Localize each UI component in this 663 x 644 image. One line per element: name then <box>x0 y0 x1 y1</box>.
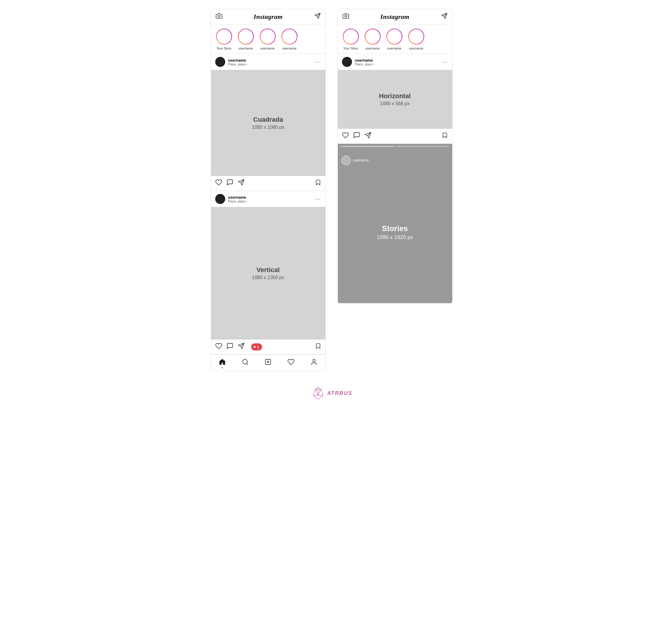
like-icon-h[interactable] <box>342 132 349 141</box>
bookmark-icon-2[interactable] <box>315 343 321 351</box>
bookmark-icon[interactable] <box>315 179 321 187</box>
story-ring <box>215 28 233 45</box>
watermark: ATRBUS <box>311 386 352 400</box>
like-icon-2[interactable] <box>215 343 222 351</box>
svg-point-3 <box>216 29 232 44</box>
story-item-your-story-left[interactable]: Your Story <box>215 28 233 50</box>
share-icon-2[interactable] <box>237 343 245 351</box>
svg-point-20 <box>343 29 359 44</box>
post-more-button-2[interactable]: ··· <box>315 196 321 202</box>
post-header-h: username Place, place › ··· <box>338 54 452 70</box>
story-item-user2-right[interactable]: username <box>386 28 403 50</box>
nav-add-icon[interactable] <box>265 359 272 367</box>
nav-home-icon[interactable] <box>219 359 226 367</box>
story-label-right-3: username <box>387 47 402 50</box>
camera-icon[interactable] <box>216 13 222 21</box>
comment-icon[interactable] <box>226 179 233 188</box>
post-image-square: Cuadrada 1080 x 1080 px <box>211 70 325 176</box>
story-item-your-story-right[interactable]: Your Story <box>342 28 360 50</box>
like-badge-count: 1 <box>251 343 262 350</box>
progress-seg-2 <box>396 146 449 147</box>
phones-container: Instagram <box>211 9 453 371</box>
story-item-user1-right[interactable]: username <box>364 28 382 50</box>
like-icon[interactable] <box>215 179 222 188</box>
post-actions-left-h <box>342 132 371 141</box>
post-header: username Place, place › ··· <box>211 54 325 70</box>
story-label-right-1: Your Story <box>343 47 358 50</box>
post-location-2: Place, place › <box>228 200 248 203</box>
svg-line-12 <box>247 363 248 365</box>
post-more-button[interactable]: ··· <box>315 59 321 65</box>
svg-point-17 <box>345 15 347 17</box>
post-square: username Place, place › ··· Cuadrada 108… <box>211 54 325 191</box>
watermark-logo: ATRBUS <box>311 386 352 400</box>
post-user-2: username Place, place › <box>228 195 248 203</box>
story-ring-right-4 <box>408 28 425 45</box>
post-user-h: username Place, place › <box>355 58 374 66</box>
svg-point-0 <box>218 15 220 17</box>
comment-icon-2[interactable] <box>226 343 233 351</box>
post-image-title: Cuadrada <box>253 116 283 123</box>
story-label: username <box>260 47 275 50</box>
post-more-button-h[interactable]: ··· <box>442 59 448 65</box>
story-label-right-2: username <box>365 47 380 50</box>
post-user: username Place, place › <box>228 58 248 66</box>
story-ring-right-1 <box>342 28 359 45</box>
story-progress-bars <box>338 144 452 148</box>
post-story: username Stories 1080 x 1920 px <box>338 144 452 303</box>
post-header-left-h: username Place, place › <box>342 57 374 67</box>
bookmark-icon-h[interactable] <box>442 132 448 140</box>
post-actions <box>211 176 325 191</box>
story-username: username <box>353 158 369 162</box>
post-image-subtitle-h: 1080 x 566 px <box>380 101 410 107</box>
story-label-right-4: username <box>409 47 423 50</box>
story-ring-right-2 <box>364 28 381 45</box>
post-username: username <box>228 58 248 63</box>
story-item-user3-right[interactable]: username <box>407 28 425 50</box>
svg-marker-27 <box>316 387 320 391</box>
stories-bar-left: Your Story <box>211 24 325 54</box>
post-image-subtitle-2: 1080 x 1350 px <box>252 275 284 280</box>
svg-point-16 <box>313 359 315 362</box>
comment-icon-h[interactable] <box>353 132 360 141</box>
story-user-row: username <box>338 148 372 167</box>
top-nav-left: Instagram <box>211 9 325 24</box>
camera-icon-right[interactable] <box>343 13 349 21</box>
dm-icon[interactable] <box>314 13 321 21</box>
story-post-container: username Stories 1080 x 1920 px <box>338 144 452 303</box>
post-username-h: username <box>355 58 374 63</box>
app-logo-right: Instagram <box>380 13 410 21</box>
post-header-left-2: username Place, place › <box>215 194 248 204</box>
nav-search-icon[interactable] <box>242 359 249 367</box>
share-icon[interactable] <box>237 179 245 188</box>
story-image-content: Stories 1080 x 1920 px <box>338 144 452 303</box>
nav-heart-icon[interactable] <box>288 359 295 367</box>
avatar-h <box>342 57 352 67</box>
post-location-h: Place, place › <box>355 63 374 66</box>
post-header-2: username Place, place › ··· <box>211 191 325 207</box>
bottom-nav <box>211 354 325 371</box>
dm-icon-right[interactable] <box>441 13 448 21</box>
story-label: username <box>238 47 253 50</box>
nav-profile-icon[interactable] <box>311 359 318 367</box>
avatar-2 <box>215 194 225 204</box>
svg-point-5 <box>260 29 275 44</box>
right-phone: Instagram <box>338 9 453 304</box>
post-username-2: username <box>228 195 248 200</box>
story-label: Your Story <box>216 47 231 50</box>
svg-line-31 <box>313 395 318 396</box>
like-badge: 1 <box>251 343 262 350</box>
story-avatar <box>341 156 351 165</box>
svg-point-21 <box>365 29 380 44</box>
story-ring-right-3 <box>386 28 403 45</box>
story-item-user2-left[interactable]: username <box>259 28 276 50</box>
story-item-user1-left[interactable]: username <box>237 28 255 50</box>
svg-point-4 <box>238 29 253 44</box>
fox-icon <box>311 386 325 400</box>
story-image-subtitle: 1080 x 1920 px <box>377 234 413 240</box>
story-item-user3-left[interactable]: username <box>281 28 298 50</box>
svg-marker-34 <box>319 388 322 390</box>
avatar <box>215 57 225 67</box>
share-icon-h[interactable] <box>364 132 371 141</box>
left-phone: Instagram <box>211 9 326 371</box>
